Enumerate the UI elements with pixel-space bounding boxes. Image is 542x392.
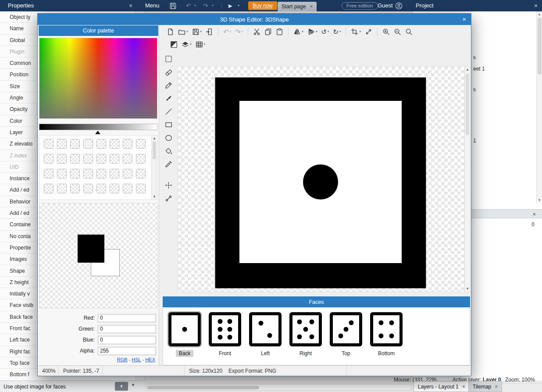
file-new-button[interactable]: [165, 26, 175, 37]
scroll-down-icon[interactable]: ▼: [465, 287, 470, 291]
redo-button[interactable]: ↷▾: [234, 26, 244, 37]
tab-tilemap[interactable]: Tilemap ×: [468, 381, 502, 392]
color-swatch[interactable]: [44, 154, 53, 164]
subpanel-close-icon[interactable]: ×: [532, 210, 536, 219]
eraser-button[interactable]: [163, 67, 174, 77]
panel-options-caret-icon[interactable]: ▼: [131, 383, 135, 387]
value-marker-icon[interactable]: [95, 131, 100, 134]
tab-close-icon[interactable]: ×: [462, 384, 465, 390]
color-swatch[interactable]: [83, 154, 93, 164]
tab-layers-layout1[interactable]: Layers - Layout 1 ×: [414, 381, 470, 392]
hex-link[interactable]: HEX: [145, 357, 155, 362]
pencil-button[interactable]: [163, 80, 174, 90]
project-tree-item[interactable]: s: [473, 86, 476, 93]
color-swatch[interactable]: [44, 184, 53, 193]
save-icon[interactable]: [169, 0, 177, 11]
save-button[interactable]: ▾: [191, 26, 203, 37]
ellipse-shape-button[interactable]: [163, 133, 174, 143]
scrollbar-thumb[interactable]: [147, 386, 259, 389]
zoom-fit-button[interactable]: [404, 26, 414, 37]
start-page-close-icon[interactable]: ×: [310, 4, 313, 10]
scroll-up-icon[interactable]: ▲: [152, 136, 157, 140]
color-swatch[interactable]: [70, 169, 80, 178]
color-swatch[interactable]: [110, 154, 119, 164]
origin-button[interactable]: [163, 180, 174, 190]
tab-close-icon[interactable]: ×: [495, 384, 498, 390]
scrollbar-thumb[interactable]: [538, 18, 542, 75]
color-swatch[interactable]: [57, 139, 67, 149]
color-swatch[interactable]: [44, 169, 53, 178]
color-swatch[interactable]: [83, 139, 93, 149]
zoom-out-button[interactable]: [392, 26, 403, 37]
color-swatch[interactable]: [136, 139, 146, 149]
undo-icon[interactable]: ↶: [186, 0, 191, 11]
project-panel-close-icon[interactable]: ×: [534, 0, 538, 11]
grid-button[interactable]: ▾: [194, 39, 207, 50]
guest-label[interactable]: Guest: [378, 0, 393, 11]
project-tree-item[interactable]: eet 1: [473, 66, 485, 72]
undo-button[interactable]: ↶▾: [222, 26, 232, 37]
scroll-up-icon[interactable]: ▲: [537, 12, 542, 16]
blue-input[interactable]: [98, 336, 156, 344]
color-swatch[interactable]: [96, 169, 106, 178]
green-input[interactable]: [98, 325, 156, 333]
background-toggle-button[interactable]: [169, 39, 179, 50]
scrollbar-thumb[interactable]: [153, 142, 156, 159]
color-swatch[interactable]: [70, 154, 80, 164]
crop-button[interactable]: ▾: [349, 26, 362, 37]
color-gradient-picker[interactable]: [39, 38, 157, 119]
face-item-bottom[interactable]: Bottom: [370, 312, 403, 357]
play-dropdown-caret-icon[interactable]: ▾: [238, 0, 239, 11]
face-item-right[interactable]: Right: [289, 312, 322, 357]
export-button[interactable]: [204, 26, 214, 37]
color-swatch[interactable]: [110, 169, 119, 178]
color-swatch[interactable]: [57, 169, 67, 178]
cut-button[interactable]: [252, 26, 262, 37]
scroll-down-icon[interactable]: ▼: [152, 195, 157, 199]
rotate-ccw-button[interactable]: ↺▾: [320, 26, 330, 37]
play-icon[interactable]: ▶: [228, 0, 232, 11]
color-swatch[interactable]: [110, 139, 119, 149]
face-item-left[interactable]: Left: [249, 312, 282, 357]
face-item-front[interactable]: Front: [209, 312, 241, 357]
color-swatch[interactable]: [136, 184, 146, 193]
color-swatch[interactable]: [136, 154, 146, 164]
redo-dropdown-caret-icon[interactable]: ▾: [212, 0, 214, 11]
eyedropper-button[interactable]: [163, 159, 174, 169]
line-button[interactable]: [163, 107, 174, 116]
color-swatch[interactable]: [83, 169, 93, 178]
color-swatch[interactable]: [57, 184, 67, 193]
color-swatch[interactable]: [96, 139, 106, 149]
color-swatch[interactable]: [70, 139, 80, 149]
zoom-in-button[interactable]: [381, 26, 391, 37]
project-scrollbar[interactable]: ▲ ▼: [536, 11, 542, 203]
layers-button[interactable]: ▾: [180, 39, 193, 50]
copy-button[interactable]: [263, 26, 273, 37]
brush-button[interactable]: [163, 93, 174, 103]
color-swatch[interactable]: [123, 184, 132, 193]
rotate-cw-button[interactable]: ↻▾: [332, 26, 342, 37]
scrollbar-thumb[interactable]: [466, 74, 469, 135]
alpha-input[interactable]: [98, 347, 156, 355]
color-swatch[interactable]: [136, 169, 146, 178]
color-swatch[interactable]: [57, 154, 67, 164]
tab-start-page[interactable]: Start page ×: [278, 2, 317, 11]
redo-icon[interactable]: ↷: [203, 0, 208, 11]
color-swatch[interactable]: [96, 154, 106, 164]
project-tree-item[interactable]: s: [473, 54, 476, 61]
resize-button[interactable]: [364, 26, 374, 37]
undo-dropdown-caret-icon[interactable]: ▾: [194, 0, 196, 11]
value-gradient-bar[interactable]: [39, 124, 157, 130]
rectangle-select-button[interactable]: [163, 54, 174, 64]
project-tree-item[interactable]: 1: [473, 138, 476, 144]
editor-canvas[interactable]: [178, 66, 464, 292]
scroll-down-icon[interactable]: ▼: [537, 198, 542, 202]
red-input[interactable]: [98, 314, 156, 322]
flip-vertical-button[interactable]: ▾: [306, 26, 319, 37]
color-swatch[interactable]: [83, 184, 93, 193]
hsl-link[interactable]: HSL: [132, 357, 141, 362]
rectangle-shape-button[interactable]: [163, 120, 174, 129]
face-item-back[interactable]: Back: [168, 312, 201, 357]
rgb-link[interactable]: RGB: [117, 357, 128, 362]
faces-mode-dropdown[interactable]: ▼: [115, 382, 128, 391]
